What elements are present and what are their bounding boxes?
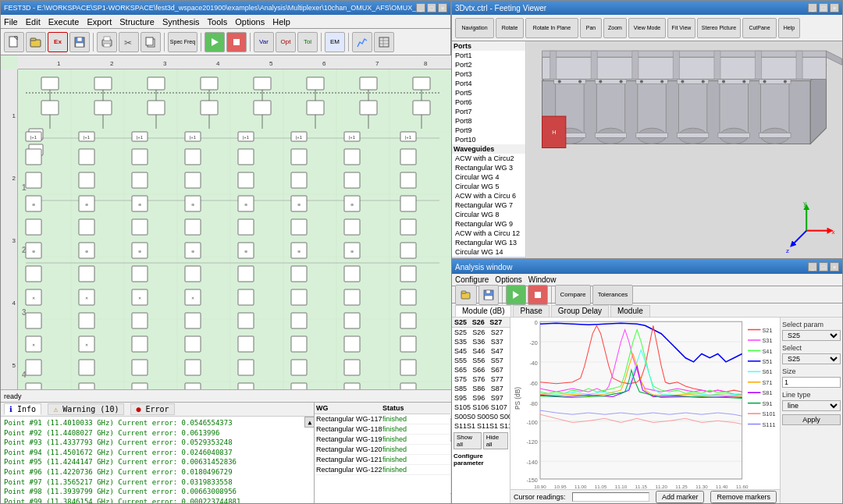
line-type-dropdown[interactable]: line dashed (782, 400, 841, 411)
s-param-row-7[interactable]: S85S86S87 (452, 384, 510, 393)
feeting-port7[interactable]: Port7 (452, 107, 525, 116)
s-param-row-5[interactable]: S65S66S67 (452, 365, 510, 374)
apply-button[interactable]: Apply (782, 414, 841, 425)
analysis-close[interactable]: × (830, 262, 839, 272)
analysis-menu-window[interactable]: Window (528, 275, 557, 284)
feeting-port4[interactable]: Port4 (452, 79, 525, 88)
analysis-tb-tolerances[interactable]: Tolerances (592, 285, 633, 305)
feeting-wg-4[interactable]: Circular WG 5 (452, 182, 525, 191)
feeting-wg-2[interactable]: Rectangular WG 3 (452, 163, 525, 172)
feeting-wg-12[interactable]: Circular WG 15 (452, 257, 525, 258)
s-param-row-8[interactable]: S95S96S97 (452, 393, 510, 403)
menu-help[interactable]: Help (272, 17, 290, 27)
wg-table-row[interactable]: Rectangular WG-122finished (315, 465, 450, 475)
analysis-maximize[interactable]: □ (819, 262, 828, 272)
feeting-minimize[interactable]: _ (808, 3, 817, 12)
s-param-row-4[interactable]: S55S56S57 (452, 356, 510, 365)
feeting-rotate[interactable]: Rotate (496, 18, 524, 38)
tb-cut[interactable]: ✂ (119, 32, 139, 52)
tb-spec[interactable]: Spec Freq (168, 32, 197, 52)
tb-new[interactable] (4, 32, 24, 52)
feeting-wg-10[interactable]: Rectangular WG 13 (452, 238, 525, 247)
analysis-tb-compare[interactable]: Compare (555, 285, 591, 305)
feeting-wg-7[interactable]: Circular WG 8 (452, 210, 525, 219)
feeting-wg-5[interactable]: ACW with a Circu 6 (452, 191, 525, 201)
feeting-wg-6[interactable]: Rectangular WG 7 (452, 201, 525, 210)
analysis-tab-phase[interactable]: Phase (513, 305, 549, 317)
analysis-tab-module-db[interactable]: Module (dB) (455, 305, 511, 317)
s-param-row-6[interactable]: S75S76S77 (452, 374, 510, 384)
hide-all-button[interactable]: Hide all (483, 432, 508, 449)
analysis-tb-stop[interactable] (528, 285, 548, 305)
s-param-row-3[interactable]: S45S46S47 (452, 346, 510, 356)
log-tab-warning[interactable]: ⚠ Warning (10) (48, 403, 124, 415)
minimize-button[interactable]: _ (416, 3, 425, 12)
feeting-maximize[interactable]: □ (819, 3, 828, 12)
feeting-rotate-plane[interactable]: Rotate In Plane (525, 18, 578, 38)
menu-edit[interactable]: Edit (26, 17, 41, 27)
select-dropdown[interactable]: S25 (782, 353, 841, 364)
s-param-row-9[interactable]: S105S106S107 (452, 403, 510, 412)
tb-stop[interactable] (226, 32, 247, 52)
tb-chart[interactable] (352, 32, 372, 52)
wg-table-row[interactable]: Rectangular WG-117finished (315, 414, 450, 424)
feeting-wg-9[interactable]: ACW with a Circu 12 (452, 229, 525, 238)
feeting-port10[interactable]: Port10 (452, 135, 525, 144)
analysis-tb-run[interactable] (506, 285, 526, 305)
analysis-tab-group-delay[interactable]: Group Delay (551, 305, 609, 317)
menu-tools[interactable]: Tools (208, 17, 228, 27)
tb-opt[interactable]: Opt (276, 32, 296, 52)
feeting-view-mode[interactable]: View Mode (628, 18, 666, 38)
menu-execute[interactable]: Execute (48, 17, 80, 27)
menu-structure[interactable]: Structure (119, 17, 155, 27)
feeting-wg-3[interactable]: Circular WG 4 (452, 172, 525, 182)
feeting-wg-11[interactable]: Circular WG 14 (452, 247, 525, 257)
wg-table-row[interactable]: Rectangular WG-119finished (315, 435, 450, 445)
tb-open[interactable] (26, 32, 46, 52)
analysis-tb-save[interactable] (478, 285, 499, 305)
size-input[interactable] (782, 377, 841, 388)
tb-play[interactable] (205, 32, 225, 52)
wg-table-row[interactable]: Rectangular WG-120finished (315, 445, 450, 455)
log-tab-info[interactable]: ℹ Info (4, 403, 41, 415)
tb-table[interactable] (374, 32, 394, 52)
s-param-row-1[interactable]: S25S26S27 (452, 328, 510, 337)
feeting-3d-viewport[interactable]: H (526, 41, 842, 258)
menu-export[interactable]: Export (87, 17, 112, 27)
feeting-port5[interactable]: Port5 (452, 88, 525, 98)
feeting-stereo[interactable]: Stereo Picture (697, 18, 741, 38)
tb-em[interactable]: EM (325, 32, 345, 52)
analysis-tb-load[interactable] (455, 285, 477, 305)
feeting-zoom[interactable]: Zoom (603, 18, 627, 38)
tb-ex[interactable]: Ex (48, 32, 68, 52)
menu-options[interactable]: Options (235, 17, 265, 27)
feeting-fit-view[interactable]: Fit View (667, 18, 695, 38)
feeting-port9[interactable]: Port9 (452, 126, 525, 135)
tb-save[interactable] (69, 32, 90, 52)
add-marker-button[interactable]: Add marker (656, 491, 705, 503)
maximize-button[interactable]: □ (427, 3, 436, 12)
analysis-minimize[interactable]: _ (808, 262, 817, 272)
show-all-button[interactable]: Show all (454, 432, 482, 449)
remove-markers-button[interactable]: Remove markers (710, 491, 777, 503)
feeting-cutpane[interactable]: CutPane (742, 18, 777, 38)
feeting-navigation[interactable]: Navigation (455, 18, 494, 38)
s-param-row-10[interactable]: S00S0S00S0S00S0 (452, 412, 510, 421)
feeting-pan[interactable]: Pan (580, 18, 602, 38)
wg-table-row[interactable]: Rectangular WG-118finished (315, 424, 450, 435)
analysis-menu-configure[interactable]: Configure (455, 275, 489, 284)
feeting-port1[interactable]: Port1 (452, 51, 525, 60)
wg-table-row[interactable]: Rectangular WG-121finished (315, 455, 450, 465)
circuit-diagram[interactable]: |+1 (18, 69, 452, 430)
feeting-port8[interactable]: Port8 (452, 116, 525, 126)
log-tab-error[interactable]: ● Error (130, 403, 174, 415)
tb-print[interactable] (97, 32, 117, 52)
analysis-tab-module[interactable]: Module (610, 305, 650, 317)
s-param-row-11[interactable]: S11S1S11S1S11S1 (452, 421, 510, 431)
feeting-wg-8[interactable]: Rectangular WG 9 (452, 219, 525, 229)
feeting-port6[interactable]: Port6 (452, 98, 525, 107)
feeting-wg-1[interactable]: ACW with a Circu2 (452, 154, 525, 163)
close-button[interactable]: × (438, 3, 447, 12)
chart-panel[interactable]: 0 -20 -40 -60 -80 -100 -120 -140 (510, 318, 780, 503)
circuit-canvas-area[interactable]: 1 2 3 4 5 6 7 8 1 2 3 4 5 (1, 55, 452, 430)
